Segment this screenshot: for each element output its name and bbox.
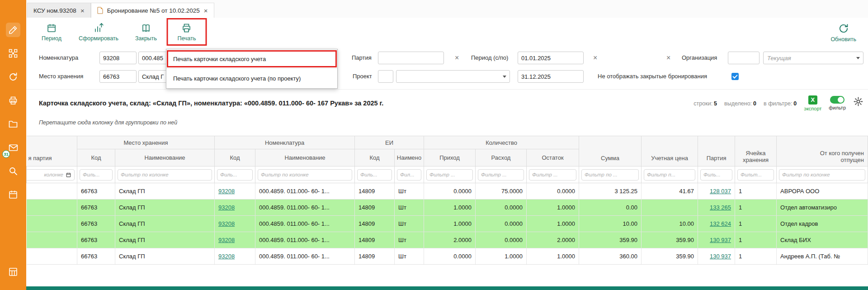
menu-item-print-stock-card[interactable]: Печать карточки складского учета — [166, 49, 337, 69]
nom-code-link[interactable]: 93208 — [218, 253, 235, 260]
clear-party-icon[interactable]: × — [455, 54, 459, 62]
toggle-on-icon[interactable] — [830, 96, 844, 104]
cell-nom-name: 000.4859. 011.000- 60- 1... — [255, 232, 355, 248]
filter-input[interactable]: Фильтр по колонке — [779, 169, 865, 181]
cell-counterparty: Склад БИХ — [777, 232, 868, 248]
cell-price: 10.00 — [642, 216, 698, 232]
filter-input-party-cut[interactable]: колонке — [27, 169, 75, 181]
column-header-nom-code[interactable]: Код — [215, 149, 255, 166]
cell-balance: 2.0000 — [527, 232, 579, 248]
cell-income: 2.0000 — [424, 232, 476, 248]
close-icon[interactable]: × — [204, 7, 208, 14]
column-header-storage-cell[interactable]: Ячейка хранения — [735, 136, 777, 166]
project-label: Проект — [353, 73, 372, 80]
filter-input[interactable]: Филь... — [80, 169, 113, 181]
grid-icon[interactable] — [6, 46, 20, 61]
filter-input[interactable]: Фильтр ... — [426, 169, 473, 181]
tab-booking[interactable]: Бронирование №5 от 10.02.2025 × — [91, 3, 214, 18]
refresh-button[interactable]: Обновить — [830, 23, 856, 43]
sync-icon[interactable] — [6, 70, 20, 84]
cell-expense: 1.0000 — [476, 248, 527, 265]
column-header-income[interactable]: Приход — [424, 149, 476, 166]
close-button[interactable]: Закрыть — [135, 23, 157, 42]
cell-counterparty: Отдел автоматизиро — [777, 200, 868, 216]
export-label: экспорт — [804, 106, 821, 111]
filter-input[interactable]: Филь... — [217, 169, 253, 181]
filter-input[interactable]: Филь... — [700, 169, 732, 181]
column-header-batch[interactable]: Партия — [698, 136, 735, 166]
app-window: 31 КСУ ном.93208 × Бронирование №5 от 10… — [0, 0, 868, 290]
print-button[interactable]: Печать — [178, 23, 196, 42]
column-header-nom-name[interactable]: Наименование — [255, 149, 355, 166]
project-code-input[interactable] — [378, 70, 393, 83]
column-header-storage-code[interactable]: Код — [77, 149, 115, 166]
batch-link[interactable]: 128 037 — [710, 188, 731, 195]
batch-link[interactable]: 130 937 — [710, 253, 731, 260]
filter-input[interactable]: Фильтр по колонке — [258, 169, 352, 181]
period-button[interactable]: Период — [42, 23, 61, 42]
column-header-storage-name[interactable]: Наименование — [115, 149, 215, 166]
column-header-price[interactable]: Учетная цена — [642, 136, 698, 166]
cell-nom-code: 93208 — [215, 183, 255, 200]
hide-closed-checkbox[interactable] — [731, 73, 739, 80]
project-select[interactable] — [396, 70, 510, 83]
period-to-input[interactable] — [518, 70, 584, 83]
chevron-down-icon — [503, 76, 506, 78]
organization-code-input[interactable] — [728, 52, 760, 64]
filter-input[interactable]: Фильтр ... — [478, 169, 524, 181]
batch-link[interactable]: 132 624 — [710, 220, 731, 227]
batch-link[interactable]: 133 265 — [710, 204, 731, 211]
batch-link[interactable]: 130 937 — [710, 237, 731, 243]
menu-item-print-stock-card-by-project[interactable]: Печать карточки складского учета (по про… — [166, 69, 337, 88]
filter-input[interactable]: Фильтр ... — [529, 169, 576, 181]
mail-icon[interactable]: 31 — [6, 140, 20, 155]
filter-input[interactable]: Фильтр п... — [644, 169, 695, 181]
cell-nom-code: 93208 — [215, 248, 255, 265]
export-button[interactable]: X экспорт — [804, 95, 821, 111]
period-from-input[interactable] — [518, 52, 584, 64]
filter-input[interactable]: Фильтр по ... — [581, 169, 639, 181]
filter-input[interactable]: Фильтр по колонке — [118, 169, 212, 181]
table-row[interactable]: 66763 Склад ГП 93208 000.4859. 011.000- … — [27, 183, 868, 200]
column-filter-row: колонке Филь... Фильтр по колонке Филь..… — [27, 166, 868, 183]
table-row[interactable]: 66763 Склад ГП 93208 000.4859. 011.000- … — [27, 216, 868, 232]
nomenclature-code-input[interactable] — [99, 52, 137, 64]
column-header-balance[interactable]: Остаток — [527, 149, 579, 166]
nom-code-link[interactable]: 93208 — [218, 188, 235, 195]
nom-code-link[interactable]: 93208 — [218, 237, 235, 243]
column-header-expense[interactable]: Расход — [476, 149, 527, 166]
nom-code-link[interactable]: 93208 — [218, 220, 235, 227]
clear-period-icon[interactable]: × — [593, 54, 597, 62]
column-header-unit-name[interactable]: Наимено — [395, 149, 424, 166]
cell-storage-name: Склад ГП — [115, 216, 215, 232]
table-row[interactable]: 66763 Склад ГП 93208 000.4859. 011.000- … — [27, 232, 868, 248]
table-row[interactable]: 66763 Склад ГП 93208 000.4859. 011.000- … — [27, 248, 868, 265]
organization-select[interactable]: Текущая — [763, 52, 863, 64]
calendar-icon[interactable] — [6, 187, 20, 202]
column-header-party-cut[interactable]: я партия — [27, 136, 77, 166]
ledger-icon[interactable] — [6, 265, 20, 279]
filter-input[interactable]: Фил... — [397, 169, 421, 181]
generate-button[interactable]: Сформировать — [79, 23, 118, 42]
filter-input[interactable]: Филь... — [357, 169, 392, 181]
search-icon[interactable] — [6, 164, 20, 178]
tab-ksu[interactable]: КСУ ном.93208 × — [27, 3, 91, 18]
party-input[interactable] — [378, 52, 444, 64]
pencil-icon[interactable] — [6, 23, 20, 37]
nom-code-link[interactable]: 93208 — [218, 204, 235, 211]
close-icon[interactable]: × — [80, 7, 85, 14]
folder-icon[interactable] — [6, 117, 20, 131]
table-row[interactable]: 66763 Склад ГП 93208 000.4859. 011.000- … — [27, 200, 868, 216]
refresh-icon — [838, 23, 849, 34]
filter-toggle[interactable]: фильтр — [829, 96, 846, 110]
filter-input[interactable]: Фильт... — [737, 169, 774, 181]
gear-icon[interactable] — [853, 96, 863, 107]
close-button-label: Закрыть — [135, 35, 157, 42]
column-header-counterparty[interactable]: От кого получен отпущен — [777, 136, 868, 166]
printer-icon[interactable] — [6, 93, 20, 108]
column-header-unit-code[interactable]: Код — [355, 149, 395, 166]
storage-code-input[interactable] — [99, 70, 137, 83]
clear-organization-icon[interactable]: × — [666, 54, 670, 62]
column-header-sum[interactable]: Сумма — [579, 136, 642, 166]
cell-storage-name: Склад ГП — [115, 183, 215, 200]
